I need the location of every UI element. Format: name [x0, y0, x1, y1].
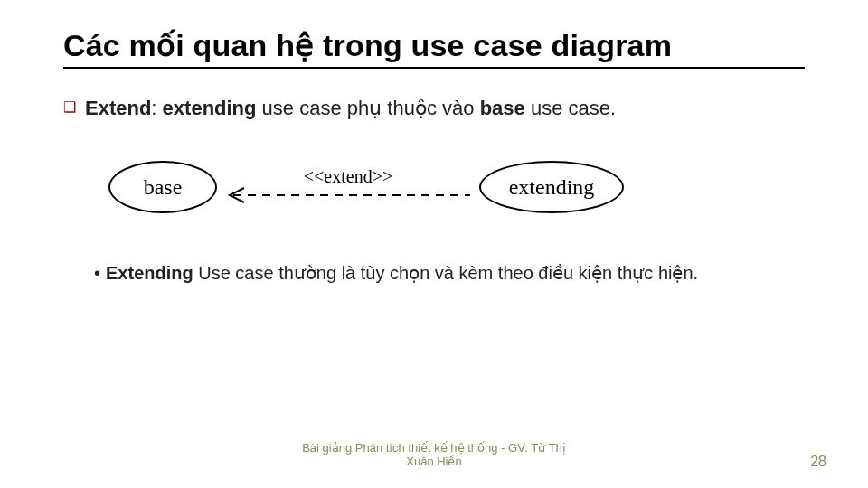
page-title: Các mối quan hệ trong use case diagram — [63, 27, 805, 69]
extend-stereotype-label: <<extend>> — [304, 166, 392, 187]
bullet-marker-icon: ❑ — [63, 96, 76, 119]
sub-bullet-dot-icon: • — [94, 263, 100, 283]
usecase-extending-ellipse: extending — [479, 161, 624, 213]
bullet-text: Extend: extending use case phụ thuộc vào… — [85, 96, 616, 121]
keyword-base: base — [480, 97, 525, 119]
slide: Các mối quan hệ trong use case diagram ❑… — [0, 0, 868, 488]
colon: : — [151, 97, 162, 119]
extend-diagram: base <<extend>> extending — [108, 146, 805, 228]
sub-bullet: •Extending Use case thường là tùy chọn v… — [94, 260, 805, 286]
sub-rest: Use case thường là tùy chọn và kèm theo … — [193, 263, 698, 283]
page-number: 28 — [810, 454, 826, 470]
dashed-arrow-icon — [217, 186, 479, 204]
extend-arrow: <<extend>> — [217, 161, 479, 213]
bullet-rest1: use case phụ thuộc vào — [257, 97, 480, 119]
sub-keyword: Extending — [106, 263, 193, 283]
keyword-extend: Extend — [85, 97, 151, 119]
footer-text: Bài giảng Phân tích thiết kế hệ thống - … — [289, 441, 579, 468]
keyword-extending: extending — [163, 97, 257, 119]
footer: Bài giảng Phân tích thiết kế hệ thống - … — [0, 441, 868, 477]
bullet-tail: use case. — [525, 97, 616, 119]
usecase-base-ellipse: base — [108, 161, 217, 213]
main-bullet: ❑ Extend: extending use case phụ thuộc v… — [63, 96, 805, 121]
